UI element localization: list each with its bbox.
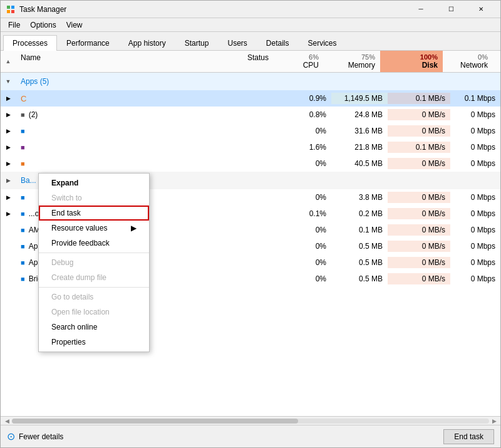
tab-details[interactable]: Details [257,35,299,51]
apps-group-header[interactable]: ▼ Apps (5) [1,73,500,90]
fewer-details-icon: ⊙ [7,430,15,442]
row-disk: 0 MB/s [388,125,450,137]
row-cpu: 0% [281,192,331,203]
row-cpu: 0.1% [281,208,331,219]
row-network: 0 Mbps [450,241,500,252]
row-status [212,212,281,215]
col-memory[interactable]: 75% Memory [324,51,380,72]
ctx-open-file-location[interactable]: Open file location [39,305,149,320]
row-cpu: 0.9% [281,93,331,104]
row-network: 0.1 Mbps [450,93,500,104]
memory-pct: 75% [329,53,375,61]
tab-performance[interactable]: Performance [57,35,119,51]
table-row[interactable]: ▶ ■ 0% 40.5 MB 0 MB/s 0 Mbps [1,155,500,172]
row-expand-icon[interactable]: ▶ [1,112,16,118]
ctx-search-online[interactable]: Search online [39,320,149,335]
row-disk: 0 MB/s [388,158,450,169]
row-network: 0 Mbps [450,158,500,169]
h-scroll-track[interactable] [12,419,489,424]
ctx-provide-feedback[interactable]: Provide feedback [39,236,149,251]
win-icon-4: ■ [21,275,25,283]
fewer-details-label: Fewer details [19,432,63,441]
row-expand-icon[interactable]: ▶ [1,194,16,201]
row-cpu: 0% [281,241,331,252]
row-cpu: 0% [281,273,331,284]
menu-file[interactable]: File [3,19,25,31]
context-menu: Expand Switch to End task Resource value… [38,173,150,352]
col-network[interactable]: 0% Network [443,51,493,72]
disk-label: Disk [386,61,438,70]
row-memory: 3.8 MB [331,192,388,203]
h-scroll-thumb[interactable] [12,419,298,424]
row-disk: 0 MB/s [388,109,450,120]
ctx-expand[interactable]: Expand [39,175,149,190]
row-disk: 0 MB/s [388,257,450,268]
apps-expand-icon[interactable]: ▼ [1,78,16,85]
fewer-details-btn[interactable]: ⊙ Fewer details [7,430,63,442]
minimize-button[interactable]: ─ [406,1,435,18]
row-cpu: 0.8% [281,109,331,120]
background-expand-icon[interactable]: ▶ [1,177,16,184]
table-row[interactable]: ▶ ■ 0% 31.6 MB 0 MB/s 0 Mbps [1,123,500,139]
cpu-pct: 6% [279,53,319,61]
row-disk: 0 MB/s [388,241,450,252]
row-cpu: 0% [281,158,331,169]
row-cpu: 0% [281,224,331,236]
tab-users[interactable]: Users [218,35,256,51]
col-status[interactable]: Status [205,51,274,72]
end-task-button[interactable]: End task [443,429,494,444]
ctx-debug[interactable]: Debug [39,255,149,270]
ctx-properties[interactable]: Properties [39,335,149,350]
col-name[interactable]: Name [16,51,205,72]
row-status [212,97,281,100]
row-expand-icon[interactable]: ▶ [1,144,16,150]
horizontal-scrollbar[interactable]: ◀ ▶ [1,416,500,425]
row-status [212,162,281,165]
column-headers-row: ▲ Name Status 6% CPU 75% Memory 100% Dis… [1,51,500,73]
ctx-go-to-details[interactable]: Go to details [39,289,149,305]
tab-processes[interactable]: Processes [3,35,57,51]
scroll-right-btn[interactable]: ▶ [489,418,499,424]
ctx-resource-values[interactable]: Resource values ▶ [39,221,149,236]
menu-options[interactable]: Options [25,19,61,31]
submenu-arrow-icon: ▶ [131,224,137,232]
close-button[interactable]: ✕ [467,1,495,18]
row-status [212,261,281,264]
tab-services[interactable]: Services [299,35,346,51]
menu-view[interactable]: View [61,19,88,31]
row-cpu: 0% [281,125,331,137]
row-status [212,278,281,280]
row-memory: 24.8 MB [331,109,388,120]
row-memory: 31.6 MB [331,125,388,137]
win-icon-2: ■ [21,242,25,250]
network-label: Network [448,61,488,70]
col-cpu[interactable]: 6% CPU [274,51,324,72]
ctx-switch-to[interactable]: Switch to [39,190,149,206]
tab-bar: Processes Performance App history Startu… [1,32,500,51]
tab-startup[interactable]: Startup [175,35,219,51]
win-icon-1: ■ [21,226,25,234]
window-controls: ─ ☐ ✕ [406,1,495,18]
table-row[interactable]: ▶ ■ 1.6% 21.8 MB 0.1 MB/s 0 Mbps [1,139,500,155]
row-expand-icon[interactable]: ▶ [1,128,16,134]
row-expand-icon[interactable]: ▶ [1,211,16,217]
ctx-separator-1 [39,253,149,253]
maximize-button[interactable]: ☐ [436,1,465,18]
memory-label: Memory [329,61,375,70]
col-disk[interactable]: 100% Disk [380,51,443,72]
row-name: ■ (2) [16,109,212,120]
table-row[interactable]: ▶ C 0.9% 1,149.5 MB 0.1 MB/s 0.1 Mbps [1,90,500,107]
table-row[interactable]: ▶ ■ (2) 0.8% 24.8 MB 0 MB/s 0 Mbps [1,107,500,123]
row-disk: 0 MB/s [388,273,450,284]
ctx-create-dump[interactable]: Create dump file [39,270,149,285]
row-name: ■ [16,142,212,152]
row-cpu: 1.6% [281,142,331,153]
row-expand-icon[interactable]: ▶ [1,95,16,102]
win-icon-3: ■ [21,259,25,266]
svg-rect-0 [7,6,10,9]
ctx-end-task[interactable]: End task [39,206,149,221]
tab-app-history[interactable]: App history [119,35,175,51]
row-network: 0 Mbps [450,273,500,284]
scroll-left-btn[interactable]: ◀ [2,418,12,424]
row-expand-icon[interactable]: ▶ [1,160,16,167]
